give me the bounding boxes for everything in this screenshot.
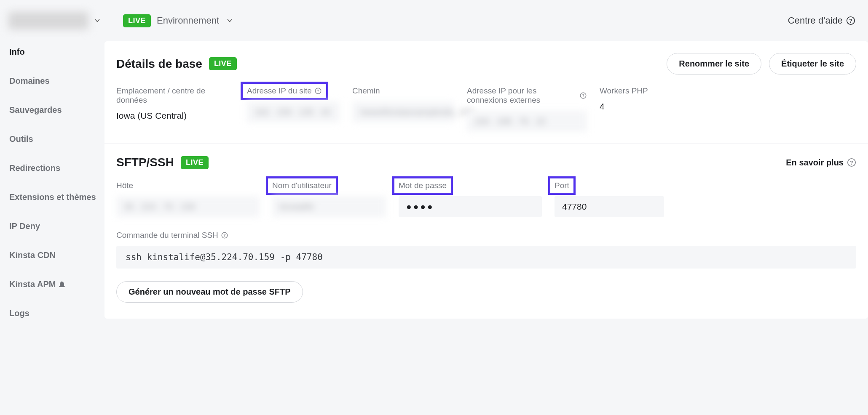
help-icon: ? bbox=[846, 16, 855, 25]
port-label: Port bbox=[548, 176, 576, 195]
sidebar-item-label: IP Deny bbox=[9, 221, 40, 231]
regenerate-sftp-password-button[interactable]: Générer un nouveau mot de passe SFTP bbox=[116, 281, 303, 303]
sidebar-item-label: Sauvegardes bbox=[9, 105, 62, 115]
sidebar-item-kinsta-cdn[interactable]: Kinsta CDN bbox=[9, 245, 104, 266]
field-external-ip: Adresse IP pour les connexions externes … bbox=[467, 86, 587, 132]
sidebar-item-info[interactable]: Info bbox=[9, 41, 104, 63]
field-port: Port 47780 bbox=[555, 181, 664, 217]
port-value[interactable]: 47780 bbox=[555, 196, 664, 217]
environment-chevron-icon[interactable] bbox=[226, 17, 233, 24]
svg-text:?: ? bbox=[849, 18, 852, 24]
site-switcher-chevron-icon[interactable] bbox=[94, 17, 101, 24]
path-value[interactable]: /www/kinstaexamplesite_349 bbox=[352, 101, 454, 122]
sidebar-item-logs[interactable]: Logs bbox=[9, 303, 104, 324]
rename-site-button[interactable]: Renommer le site bbox=[667, 53, 761, 74]
field-location: Emplacement / centre de données Iowa (US… bbox=[116, 86, 234, 132]
password-value[interactable]: ●●●● bbox=[399, 196, 542, 217]
field-host: Hôte 35 . 224 . 70 . 159 bbox=[116, 181, 260, 217]
sidebar-item-extensions[interactable]: Extensions et thèmes bbox=[9, 186, 104, 208]
sidebar-item-ip-deny[interactable]: IP Deny bbox=[9, 215, 104, 237]
bell-icon bbox=[59, 281, 65, 288]
field-php-workers: Workers PHP 4 bbox=[600, 86, 659, 132]
main-content: Détails de base LIVE Renommer le site Ét… bbox=[104, 41, 868, 319]
section-title-sftp: SFTP/SSH bbox=[116, 156, 174, 169]
external-ip-value[interactable]: 104 . 198 . 76 . 22 bbox=[467, 111, 587, 132]
field-ssh-command: Commande du terminal SSH ? ssh kinstalif… bbox=[116, 231, 856, 280]
field-username: Nom d'utilisateur kinstalife bbox=[272, 181, 386, 217]
ssh-command-label: Commande du terminal SSH ? bbox=[116, 231, 228, 240]
sftp-live-badge: LIVE bbox=[181, 156, 209, 169]
site-ip-value[interactable]: 162 . 159 . 135 . 42 bbox=[247, 101, 340, 122]
sidebar-item-label: Logs bbox=[9, 309, 29, 318]
sidebar-item-kinsta-apm[interactable]: Kinsta APM bbox=[9, 274, 104, 295]
host-value[interactable]: 35 . 224 . 70 . 159 bbox=[116, 196, 260, 217]
path-label: Chemin bbox=[352, 86, 380, 96]
sidebar-item-label: Redirections bbox=[9, 163, 60, 173]
password-label: Mot de passe bbox=[392, 176, 453, 195]
sidebar: Info Domaines Sauvegardes Outils Redirec… bbox=[0, 41, 104, 332]
section-title-basic: Détails de base bbox=[116, 57, 202, 71]
sidebar-item-label: Domaines bbox=[9, 76, 50, 86]
external-ip-label: Adresse IP pour les connexions externes … bbox=[467, 86, 587, 105]
section-sftp-ssh: SFTP/SSH LIVE En savoir plus ? Hôte 35 .… bbox=[104, 144, 868, 314]
svg-text:?: ? bbox=[582, 93, 584, 98]
sidebar-item-label: Outils bbox=[9, 134, 33, 144]
svg-text:?: ? bbox=[850, 160, 853, 166]
section-basic-details: Détails de base LIVE Renommer le site Ét… bbox=[104, 41, 868, 144]
sidebar-item-label: Kinsta CDN bbox=[9, 250, 56, 260]
sidebar-item-label: Kinsta APM bbox=[9, 279, 56, 289]
help-icon[interactable]: ? bbox=[221, 231, 228, 239]
sidebar-item-label: Info bbox=[9, 47, 25, 57]
field-password: Mot de passe ●●●● bbox=[399, 181, 542, 217]
basic-live-badge: LIVE bbox=[209, 57, 237, 70]
username-label: Nom d'utilisateur bbox=[266, 176, 338, 195]
username-value[interactable]: kinstalife bbox=[272, 196, 386, 217]
field-path: Chemin /www/kinstaexamplesite_349 bbox=[352, 86, 454, 132]
location-label: Emplacement / centre de données bbox=[116, 86, 234, 105]
learn-more-label: En savoir plus bbox=[786, 158, 844, 168]
help-icon: ? bbox=[847, 158, 856, 167]
learn-more-link[interactable]: En savoir plus ? bbox=[786, 158, 856, 168]
help-center-label: Centre d'aide bbox=[788, 15, 843, 26]
label-site-button[interactable]: Étiqueter le site bbox=[769, 53, 856, 74]
help-icon[interactable]: ? bbox=[314, 87, 322, 95]
svg-text:?: ? bbox=[223, 233, 226, 237]
top-bar: LIVE Environnement Centre d'aide ? bbox=[0, 0, 868, 41]
sidebar-item-redirections[interactable]: Redirections bbox=[9, 157, 104, 179]
environment-label: Environnement bbox=[157, 15, 219, 26]
environment-live-badge: LIVE bbox=[123, 14, 151, 27]
sidebar-item-label: Extensions et thèmes bbox=[9, 192, 96, 202]
field-site-ip: Adresse IP du site ? 162 . 159 . 135 . 4… bbox=[247, 86, 340, 132]
location-value: Iowa (US Central) bbox=[116, 111, 234, 121]
sidebar-item-outils[interactable]: Outils bbox=[9, 128, 104, 150]
site-ip-label: Adresse IP du site ? bbox=[241, 82, 328, 100]
sidebar-item-domaines[interactable]: Domaines bbox=[9, 70, 104, 92]
php-workers-label: Workers PHP bbox=[600, 86, 648, 96]
ssh-command-value[interactable]: ssh kinstalife@35.224.70.159 -p 47780 bbox=[116, 246, 856, 269]
help-icon[interactable]: ? bbox=[579, 92, 587, 99]
php-workers-value: 4 bbox=[600, 101, 659, 112]
help-center-link[interactable]: Centre d'aide ? bbox=[788, 15, 855, 26]
site-name-redacted bbox=[8, 12, 88, 29]
sidebar-item-sauvegardes[interactable]: Sauvegardes bbox=[9, 99, 104, 121]
host-label: Hôte bbox=[116, 181, 133, 190]
svg-text:?: ? bbox=[317, 89, 319, 93]
